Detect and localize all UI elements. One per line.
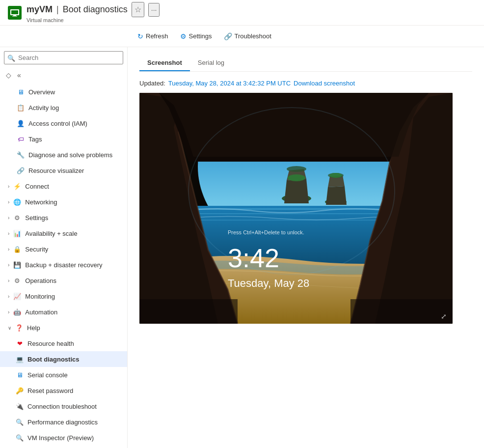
vm-svg-icon <box>10 8 20 18</box>
sidebar-item-networking[interactable]: ›🌐Networking <box>0 194 127 210</box>
search-input[interactable] <box>4 51 123 64</box>
refresh-button[interactable]: ↻ Refresh <box>133 30 173 43</box>
chevron-right-icon: › <box>8 215 9 221</box>
chevron-right-icon: › <box>8 294 9 299</box>
sidebar-item-monitoring[interactable]: ›📈Monitoring <box>0 288 127 304</box>
svg-point-19 <box>287 166 306 172</box>
svg-rect-1 <box>11 10 18 14</box>
sidebar-item-activity-log[interactable]: 📋Activity log <box>0 100 127 115</box>
sidebar-item-boot-diagnostics[interactable]: 💻Boot diagnostics <box>0 351 127 367</box>
cave-scene-svg: Press Ctrl+Alt+Delete to unlock. 3:42 Tu… <box>139 93 453 324</box>
sidebar-toolbar: ◇ « <box>0 68 127 84</box>
troubleshoot-icon: 🔗 <box>224 32 232 40</box>
reset-password-icon: 🔑 <box>16 387 24 394</box>
sidebar-collapse-icon[interactable]: « <box>15 69 23 81</box>
sidebar-item-backup[interactable]: ›💾Backup + disaster recovery <box>0 257 127 273</box>
vm-icon <box>8 6 22 20</box>
settings-button[interactable]: ⚙ Settings <box>175 30 217 43</box>
main-layout: 🔍 ◇ « 🖥Overview📋Activity log👤Access cont… <box>0 47 484 448</box>
resource-health-icon: ❤ <box>16 339 24 347</box>
header-separator: | <box>56 4 59 15</box>
activity-log-icon: 📋 <box>17 104 25 112</box>
sidebar-item-label-overview: Overview <box>28 88 121 96</box>
sidebar-item-operations[interactable]: ›⚙Operations <box>0 273 127 288</box>
sidebar-item-automation[interactable]: ›🤖Automation <box>0 304 127 320</box>
serial-console-icon: 🖥 <box>16 371 24 379</box>
availability-icon: 📊 <box>13 229 21 237</box>
sidebar-settings-icon[interactable]: ◇ <box>4 69 13 81</box>
tab-bar: ScreenshotSerial log <box>139 55 472 72</box>
tab-serial-log[interactable]: Serial log <box>190 55 232 71</box>
svg-rect-3 <box>12 16 17 16</box>
search-icon: 🔍 <box>7 54 15 61</box>
automation-icon: 🤖 <box>13 308 21 316</box>
more-options-button[interactable]: ··· <box>148 3 160 17</box>
settings-icon: ⚙ <box>180 32 187 40</box>
sidebar-item-label-vm-inspector: VM Inspector (Preview) <box>27 434 121 442</box>
sidebar-item-diagnose[interactable]: 🔧Diagnose and solve problems <box>0 147 127 163</box>
sidebar-item-label-reset-password: Reset password <box>27 387 121 394</box>
chevron-right-icon: › <box>8 184 9 189</box>
sidebar-item-label-diagnose: Diagnose and solve problems <box>28 151 121 159</box>
sidebar-item-label-resource-health: Resource health <box>27 340 121 347</box>
sidebar-item-security[interactable]: ›🔒Security <box>0 241 127 257</box>
svg-text:⤢: ⤢ <box>441 312 447 320</box>
networking-icon: 🌐 <box>13 198 21 206</box>
troubleshoot-label: Troubleshoot <box>235 32 271 40</box>
sidebar-item-access-control[interactable]: 👤Access control (IAM) <box>0 115 127 131</box>
toolbar: ↻ Refresh ⚙ Settings 🔗 Troubleshoot <box>0 26 484 47</box>
sidebar-item-settings[interactable]: ›⚙Settings <box>0 210 127 225</box>
sidebar-item-label-activity-log: Activity log <box>28 104 121 112</box>
svg-point-25 <box>329 173 342 178</box>
sidebar-item-vm-inspector[interactable]: 🔍VM Inspector (Preview) <box>0 430 127 446</box>
tab-screenshot[interactable]: Screenshot <box>139 55 190 71</box>
chevron-right-icon: › <box>8 231 9 236</box>
sidebar-item-label-connect: Connect <box>25 183 121 190</box>
sidebar-item-label-monitoring: Monitoring <box>25 293 121 300</box>
sidebar-item-label-boot-diagnostics: Boot diagnostics <box>27 356 121 363</box>
update-label: Updated: <box>139 80 165 87</box>
sidebar-item-overview[interactable]: 🖥Overview <box>0 84 127 100</box>
sidebar-item-label-resource-visualizer: Resource visualizer <box>28 167 121 174</box>
search-box[interactable]: 🔍 <box>4 51 123 64</box>
settings-label: Settings <box>189 32 212 40</box>
svg-marker-17 <box>284 179 309 203</box>
sidebar-item-label-backup: Backup + disaster recovery <box>25 261 121 269</box>
sidebar-item-label-operations: Operations <box>25 277 121 284</box>
sidebar-item-tags[interactable]: 🏷Tags <box>0 131 127 147</box>
troubleshoot-button[interactable]: 🔗 Troubleshoot <box>219 30 276 43</box>
sidebar-item-connect[interactable]: ›⚡Connect <box>0 178 127 194</box>
sidebar-item-label-performance-diagnostics: Performance diagnostics <box>27 419 121 426</box>
sidebar-item-label-security: Security <box>25 246 121 253</box>
operations-icon: ⚙ <box>13 277 21 284</box>
sidebar-item-label-connection-troubleshoot: Connection troubleshoot <box>27 403 121 410</box>
sidebar-item-resource-health[interactable]: ❤Resource health <box>0 336 127 351</box>
svg-text:Tuesday, May 28: Tuesday, May 28 <box>228 277 309 289</box>
chevron-down-icon: ∨ <box>8 325 11 331</box>
performance-diagnostics-icon: 🔍 <box>16 418 24 426</box>
sidebar-item-help[interactable]: ∨❓Help <box>0 320 127 336</box>
sidebar: 🔍 ◇ « 🖥Overview📋Activity log👤Access cont… <box>0 47 128 448</box>
nav-container: 🖥Overview📋Activity log👤Access control (I… <box>0 84 127 448</box>
sidebar-item-reset-password[interactable]: 🔑Reset password <box>0 383 127 398</box>
boot-diagnostics-icon: 💻 <box>16 355 24 363</box>
sidebar-item-connection-troubleshoot[interactable]: 🔌Connection troubleshoot <box>0 398 127 414</box>
download-screenshot-link[interactable]: Download screenshot <box>294 80 355 87</box>
sidebar-item-resource-visualizer[interactable]: 🔗Resource visualizer <box>0 163 127 178</box>
sidebar-item-label-serial-console: Serial console <box>27 371 121 379</box>
sidebar-item-serial-console[interactable]: 🖥Serial console <box>0 367 127 383</box>
sidebar-item-label-settings: Settings <box>25 214 121 222</box>
diagnose-icon: 🔧 <box>17 151 25 159</box>
screenshot-image: Press Ctrl+Alt+Delete to unlock. 3:42 Tu… <box>139 93 453 324</box>
backup-icon: 💾 <box>13 261 21 269</box>
settings-icon: ⚙ <box>13 214 21 222</box>
svg-text:3:42: 3:42 <box>228 243 279 273</box>
sidebar-item-availability[interactable]: ›📊Availability + scale <box>0 225 127 241</box>
help-icon: ❓ <box>15 324 23 332</box>
chevron-right-icon: › <box>8 262 9 268</box>
favorite-button[interactable]: ☆ <box>132 2 144 17</box>
update-datetime: Tuesday, May 28, 2024 at 3:42:32 PM UTC <box>168 80 291 87</box>
sidebar-item-performance-diagnostics[interactable]: 🔍Performance diagnostics <box>0 414 127 430</box>
header-title: myVM | Boot diagnostics ☆ ··· Virtual ma… <box>27 2 160 23</box>
sidebar-item-redeploy[interactable]: 🔧Redeploy + reapply <box>0 446 127 448</box>
